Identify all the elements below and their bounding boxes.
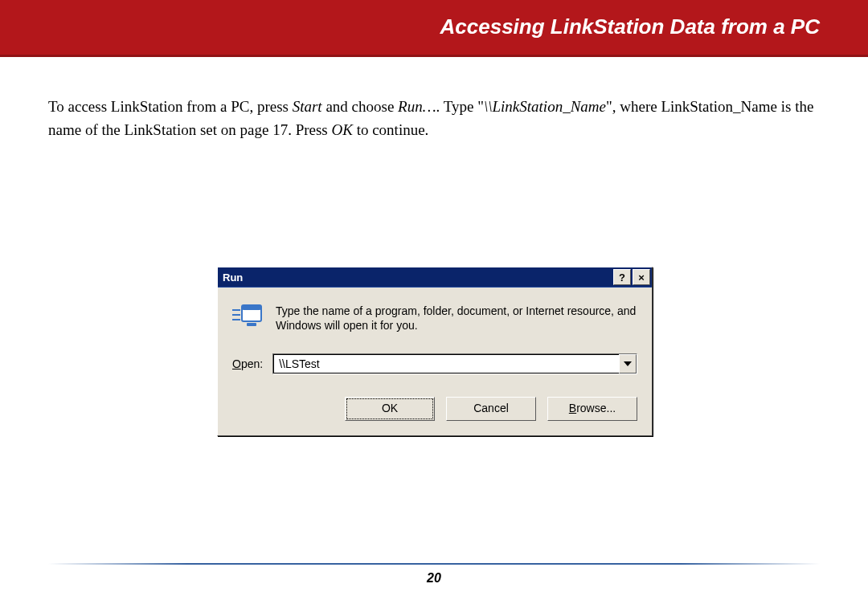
close-button[interactable]: × (633, 269, 650, 285)
open-label-rest: pen: (241, 357, 263, 370)
body-italic-start: Start (293, 98, 322, 115)
page-number: 20 (0, 571, 868, 586)
open-row: Open: (232, 353, 637, 374)
body-text-segment: To access LinkStation from a PC, press (48, 98, 293, 115)
dialog-top-row: Type the name of a program, folder, docu… (232, 302, 637, 333)
body-text-segment: and choose (322, 98, 398, 115)
chevron-down-icon (624, 361, 632, 366)
open-dropdown-button[interactable] (619, 354, 637, 373)
cancel-button-label: Cancel (473, 402, 509, 414)
open-input[interactable] (273, 354, 619, 373)
close-icon: × (638, 272, 645, 283)
browse-button[interactable]: Browse... (547, 397, 637, 421)
body-italic-ok: OK (332, 121, 353, 138)
open-label: Open: (232, 357, 263, 370)
dialog-body: Type the name of a program, folder, docu… (218, 288, 652, 435)
help-button[interactable]: ? (613, 269, 631, 285)
help-icon: ? (619, 272, 625, 283)
dialog-button-row: OK Cancel Browse... (232, 397, 637, 421)
page-title: Accessing LinkStation Data from a PC (440, 14, 820, 39)
body-italic-path: \\LinkStation_Name (484, 98, 606, 115)
page-header: Accessing LinkStation Data from a PC (0, 0, 868, 57)
cancel-button[interactable]: Cancel (446, 397, 536, 421)
ok-button[interactable]: OK (345, 397, 435, 421)
svg-rect-5 (247, 323, 256, 326)
body-italic-run: Run… (398, 98, 436, 115)
svg-rect-4 (242, 305, 261, 310)
footer-divider (48, 563, 820, 565)
open-combobox[interactable] (272, 353, 637, 374)
dialog-instruction: Type the name of a program, folder, docu… (276, 302, 637, 333)
body-text-segment: to continue. (353, 121, 428, 138)
run-dialog: Run ? × Type the name of a program, fol (217, 267, 653, 436)
browse-underline: B (569, 402, 576, 414)
dialog-title: Run (223, 271, 243, 284)
titlebar-buttons: ? × (612, 269, 650, 285)
ok-button-label: OK (382, 402, 398, 414)
run-icon (232, 302, 264, 329)
dialog-titlebar[interactable]: Run ? × (218, 267, 652, 288)
body-text-segment: . Type " (436, 98, 484, 115)
body-paragraph: To access LinkStation from a PC, press S… (0, 57, 868, 141)
browse-rest: rowse... (576, 402, 616, 414)
page-footer: 20 (0, 563, 868, 586)
open-label-underline: O (232, 357, 241, 370)
